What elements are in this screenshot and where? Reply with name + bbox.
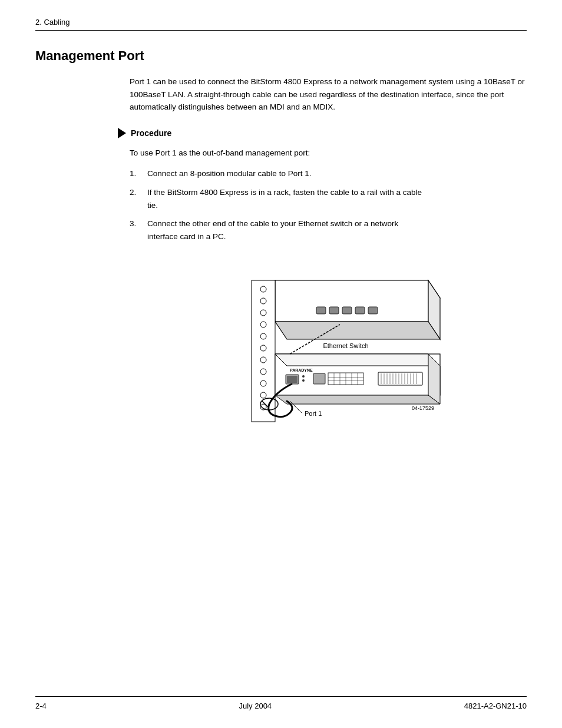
svg-rect-6 (342, 307, 352, 314)
svg-marker-24 (275, 395, 440, 404)
svg-marker-22 (275, 354, 440, 366)
list-item: 3. Connect the other end of the cable to… (130, 217, 527, 243)
svg-rect-8 (368, 307, 378, 314)
page-container: 2. Cabling Management Port Port 1 can be… (0, 0, 562, 728)
step-text: Connect the other end of the cable to yo… (147, 219, 398, 241)
procedure-label: Procedure (131, 128, 171, 138)
svg-rect-39 (378, 372, 422, 385)
svg-point-11 (260, 298, 266, 304)
step-number: 3. (130, 217, 136, 230)
list-item: 1. Connect an 8-position modular cable t… (130, 167, 527, 180)
svg-text:PARADYNE: PARADYNE (290, 368, 313, 372)
footer: 2-4 July 2004 4821-A2-GN21-10 (35, 696, 527, 710)
svg-point-29 (302, 379, 305, 382)
svg-rect-5 (329, 307, 339, 314)
svg-point-12 (260, 310, 266, 316)
procedure-header: Procedure (118, 128, 527, 138)
svg-point-16 (260, 357, 266, 363)
footer-date: July 2004 (239, 701, 272, 710)
steps-list: 1. Connect an 8-position modular cable t… (130, 167, 527, 243)
breadcrumb-text: 2. Cabling (35, 18, 70, 27)
svg-point-10 (260, 286, 266, 292)
content-area: Port 1 can be used to connect the BitSto… (130, 75, 527, 434)
step-text: If the BitStorm 4800 Express is in a rac… (147, 188, 422, 210)
procedure-arrow-icon (118, 128, 126, 138)
figure-number: 04-17529 (412, 405, 434, 411)
diagram-container: Ethernet Switch (130, 257, 527, 434)
svg-point-18 (260, 380, 266, 386)
step-number: 2. (130, 186, 136, 199)
list-item: 2. If the BitStorm 4800 Express is in a … (130, 186, 527, 211)
page-title: Management Port (35, 48, 527, 64)
svg-point-17 (260, 369, 266, 375)
footer-page-number: 2-4 (35, 701, 47, 710)
network-diagram: Ethernet Switch (199, 257, 458, 434)
svg-point-28 (302, 375, 305, 378)
procedure-intro: To use Port 1 as the out-of-band managem… (130, 147, 527, 160)
header-breadcrumb: 2. Cabling (35, 18, 527, 31)
ethernet-switch-label: Ethernet Switch (323, 342, 368, 349)
svg-rect-30 (313, 373, 325, 384)
port-label: Port 1 (305, 410, 322, 417)
svg-point-14 (260, 333, 266, 339)
intro-paragraph: Port 1 can be used to connect the BitSto… (130, 75, 527, 114)
step-text: Connect an 8-position modular cable to P… (147, 169, 311, 178)
svg-rect-27 (287, 376, 297, 383)
svg-point-19 (260, 392, 266, 398)
step-number: 1. (130, 167, 136, 180)
svg-marker-3 (275, 322, 440, 339)
footer-doc-number: 4821-A2-GN21-10 (464, 701, 527, 710)
svg-rect-4 (316, 307, 326, 314)
svg-marker-1 (275, 280, 428, 322)
svg-point-15 (260, 345, 266, 351)
svg-rect-7 (355, 307, 365, 314)
svg-point-13 (260, 322, 266, 327)
